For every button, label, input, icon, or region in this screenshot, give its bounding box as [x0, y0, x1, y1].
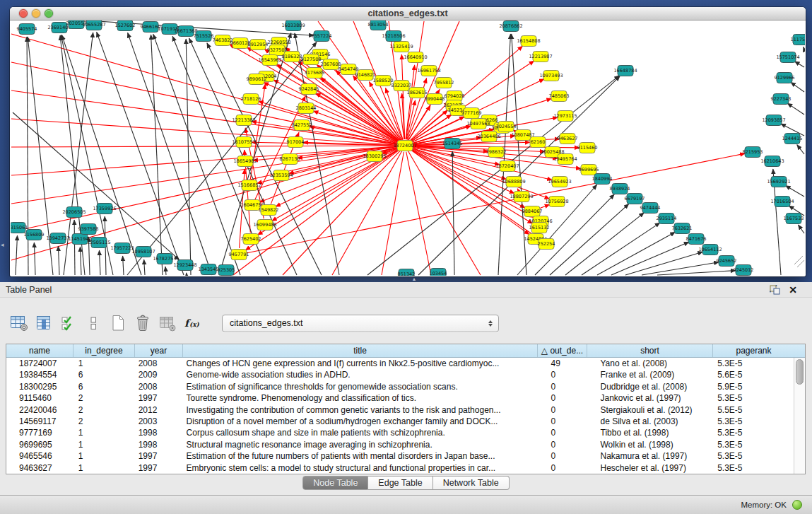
graph-node[interactable]: 16210643	[760, 156, 784, 167]
close-panel-icon[interactable]: ✕	[787, 284, 799, 296]
stacked-cells-icon[interactable]	[83, 313, 104, 333]
graph-node[interactable]: 8215953	[743, 147, 763, 158]
column-header-title[interactable]: title	[183, 344, 538, 357]
graph-node[interactable]: 9474444	[640, 203, 661, 214]
new-column-icon[interactable]	[107, 313, 129, 333]
graph-node[interactable]: 1514345	[442, 139, 463, 149]
window-titlebar[interactable]: citations_edges.txt	[10, 7, 806, 21]
graph-node[interactable]: 9457791	[229, 250, 249, 260]
graph-node[interactable]: 2718126	[241, 94, 261, 105]
function-builder-icon[interactable]: f(x)	[182, 313, 203, 333]
memory-status-indicator[interactable]	[792, 500, 802, 510]
graph-node[interactable]: 9890612	[247, 74, 267, 85]
graph-node[interactable]: 1527602	[115, 21, 136, 31]
graph-node[interactable]: 7955812	[434, 78, 454, 88]
graph-node[interactable]: 7632621	[672, 223, 693, 234]
graph-node[interactable]: 1117532	[791, 35, 805, 45]
table-row[interactable]: 1830029562008Estimation of significance …	[6, 381, 793, 392]
graph-node[interactable]: 252254	[538, 239, 555, 250]
graph-node[interactable]: 9129966	[775, 73, 795, 83]
graph-node[interactable]: 20876862	[499, 21, 522, 32]
table-columns-icon[interactable]	[33, 313, 54, 333]
graph-node[interactable]: 62160	[530, 137, 546, 148]
graph-node[interactable]: 10654112	[698, 245, 722, 255]
graph-node[interactable]: 9242845	[299, 84, 319, 95]
table-row[interactable]: 1938455462009Genome-wide association stu…	[6, 369, 793, 380]
graph-node[interactable]: 6679197	[625, 194, 645, 204]
table-selector-dropdown[interactable]: citations_edges.txt	[222, 315, 499, 332]
graph-node[interactable]: 2935114	[657, 214, 677, 224]
graph-node[interactable]: 9127508	[301, 54, 322, 65]
graph-node[interactable]: 15751074	[776, 52, 799, 63]
delete-column-icon[interactable]	[132, 313, 153, 333]
graph-node[interactable]: 9245652	[717, 256, 737, 267]
table-gear-icon[interactable]	[8, 313, 30, 333]
graph-node[interactable]: 9227343	[771, 94, 792, 105]
graph-node[interactable]: 7625402	[241, 234, 261, 245]
column-header-name[interactable]: name	[6, 344, 73, 357]
column-header-year[interactable]: year	[135, 344, 183, 357]
graph-node[interactable]: 3175685	[305, 68, 325, 78]
graph-node[interactable]: 8990448	[425, 94, 445, 105]
table-row[interactable]: 977716911998Corpus callosum shape and si…	[6, 427, 793, 438]
tab-node-table[interactable]: Node Table	[302, 476, 368, 490]
tab-edge-table[interactable]: Edge Table	[368, 476, 433, 490]
table-row[interactable]: 1456911722003Disruption of a novel membe…	[6, 416, 793, 427]
graph-node[interactable]: 1343545	[199, 264, 219, 275]
graph-node[interactable]: 9405574	[17, 24, 37, 35]
graph-node[interactable]: 10655287	[82, 21, 105, 30]
network-canvas[interactable]: 1872400774638229660128891295422260558932…	[11, 21, 805, 276]
graph-node[interactable]: 10688809	[502, 177, 525, 187]
graph-node[interactable]: 16640910	[404, 52, 427, 63]
table-row[interactable]: 946554611997Estimation of the future num…	[6, 450, 793, 462]
graph-node[interactable]: 1244415	[782, 134, 803, 144]
graph-node[interactable]: 3024554	[496, 122, 517, 132]
graph-node[interactable]: 18720407	[495, 161, 519, 172]
graph-node[interactable]: 1167533	[784, 214, 804, 224]
graph-node[interactable]: 9397588	[78, 224, 99, 235]
graph-node[interactable]: 10958107	[131, 247, 155, 257]
table-row[interactable]: 969969511998Structural magnetic resonanc…	[6, 439, 793, 450]
column-header-out_degree[interactable]: △ out_de...	[538, 344, 587, 357]
delete-table-icon[interactable]	[157, 313, 178, 333]
graph-node[interactable]: 7515526	[194, 31, 214, 42]
select-rows-icon[interactable]	[58, 313, 79, 333]
graph-node[interactable]: 17016504	[770, 197, 794, 207]
graph-node[interactable]: 16033809	[281, 21, 305, 31]
graph-node[interactable]: 7485063	[549, 91, 570, 102]
graph-node[interactable]: 1156809	[24, 230, 45, 240]
graph-node[interactable]: 7986322	[486, 147, 507, 158]
table-row[interactable]: 946362711997Embryonic stem cells: a mode…	[6, 462, 793, 474]
graph-node[interactable]: 8813054	[368, 21, 389, 30]
float-panel-icon[interactable]	[768, 284, 781, 296]
graph-node[interactable]: 16099485	[253, 220, 276, 230]
table-row[interactable]: 1872400712008Changes of HCN gene express…	[6, 358, 793, 369]
graph-node[interactable]: 9115460	[577, 143, 598, 153]
graph-node[interactable]: 8471676	[686, 234, 707, 245]
table-row[interactable]: 911546021997Tourette syndrome. Phenomeno…	[6, 392, 793, 404]
graph-node[interactable]: 8267130	[280, 154, 300, 165]
graph-node[interactable]: 917004	[287, 137, 305, 148]
graph-node[interactable]: 8186328	[282, 52, 302, 62]
graph-node[interactable]: 8912954	[248, 40, 269, 50]
graph-node[interactable]: 8427552	[292, 120, 312, 131]
graph-node[interactable]: 1615132	[529, 223, 550, 233]
graph-node[interactable]: 1840994	[592, 174, 613, 185]
graph-node[interactable]: 9463627	[558, 134, 578, 144]
graph-node[interactable]: 851342	[398, 269, 416, 276]
scrollbar-thumb[interactable]	[796, 359, 804, 385]
column-header-short[interactable]: short	[587, 344, 713, 357]
resize-grip[interactable]	[794, 256, 804, 267]
graph-node[interactable]: 16961758	[417, 66, 440, 76]
graph-node[interactable]: 9777169	[461, 108, 482, 119]
network-nodes[interactable]: 1872400774638229660128891295422260558932…	[11, 21, 805, 276]
graph-node[interactable]: 12093857	[762, 115, 785, 126]
graph-node[interactable]: 8938924	[610, 184, 630, 194]
splitter-handle[interactable]: ▲	[411, 277, 418, 281]
graph-node[interactable]: 7557224	[312, 31, 332, 42]
graph-node[interactable]: 2803144	[296, 103, 317, 114]
table-row[interactable]: 2242004622012Investigating the contribut…	[6, 404, 793, 416]
graph-node[interactable]: 12213987	[529, 52, 552, 62]
panel-collapse-arrow-icon[interactable]: ◂	[1, 241, 4, 248]
graph-node[interactable]: 925305	[218, 265, 235, 276]
